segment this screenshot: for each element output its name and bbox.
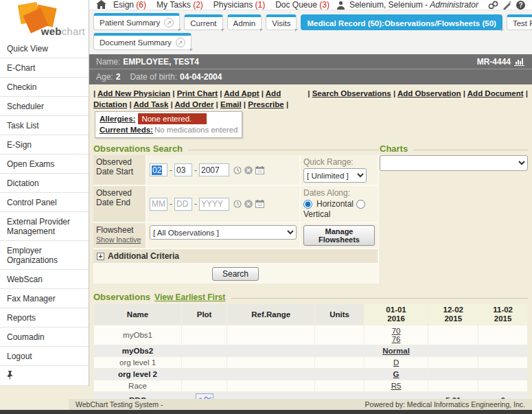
charts-select[interactable] <box>380 155 528 171</box>
clear-date-icon[interactable] <box>244 200 253 208</box>
action-add-observation[interactable]: Add Observation <box>397 89 461 97</box>
sidebar-item-logout[interactable]: Logout <box>0 347 89 366</box>
sidebar-item-employer-organizations[interactable]: Employer Organizations <box>0 241 89 270</box>
sidebar-item-e-sign[interactable]: E-Sign <box>0 135 89 154</box>
help-icon[interactable]: ? <box>516 1 525 10</box>
sidebar-item-open-exams[interactable]: Open Exams <box>0 154 89 174</box>
quick-range-select[interactable]: [ Unlimited ] <box>303 168 367 183</box>
end-year-input[interactable]: YYYY <box>199 198 229 211</box>
sidebar-item-task-list[interactable]: Task List <box>0 116 89 135</box>
allergies-link[interactable]: Allergies: <box>100 115 135 123</box>
tab-visits[interactable]: Visits <box>266 14 297 30</box>
tab-admin[interactable]: Admin <box>227 14 262 30</box>
logo-text: webchart <box>41 25 85 37</box>
obs-value-cell <box>428 357 478 369</box>
obs-value-cell: R5 <box>364 380 428 392</box>
footer-left-text: WebChart Testing System - <box>76 400 163 409</box>
sidebar-item-control-panel[interactable]: Control Panel <box>0 193 89 212</box>
nav-item-esign[interactable]: Esign (6) <box>113 0 146 10</box>
action-add-document[interactable]: Add Document <box>467 89 524 97</box>
action-email[interactable]: Email <box>220 100 242 108</box>
sidebar-item-dictation[interactable]: Dictation <box>0 174 89 193</box>
obs-plot-cell <box>182 357 227 369</box>
current-meds-link[interactable]: Current Meds: <box>100 126 153 134</box>
action-add-new-physician[interactable]: Add New Physician <box>97 89 170 97</box>
obs-value-link-org-level-1-d[interactable]: D <box>393 358 399 367</box>
obs-value-cell <box>478 380 528 392</box>
calendar-icon[interactable] <box>255 166 264 174</box>
obs-cell <box>227 369 315 380</box>
search-button[interactable]: Search <box>212 267 259 281</box>
start-year-input[interactable]: 2007 <box>199 163 229 176</box>
expand-plus-icon[interactable]: + <box>97 253 104 260</box>
link-icon[interactable] <box>488 1 498 10</box>
obs-name: myObs2 <box>94 345 182 357</box>
patient-name-label: Name: <box>96 57 120 67</box>
tab-medical-record-50-observations-flowsheets-50[interactable]: Medical Record (50):Observations/Flowshe… <box>301 14 502 30</box>
sidebar-item-fax-manager[interactable]: Fax Manager <box>0 289 89 308</box>
clock-icon[interactable] <box>233 200 242 208</box>
patient-chart-icon[interactable] <box>514 58 525 66</box>
tab-patient-summary[interactable]: Patient Summary↗ <box>93 13 180 30</box>
end-day-input[interactable]: DD <box>174 198 192 211</box>
clear-date-icon[interactable] <box>244 166 253 174</box>
pin-icon <box>7 371 82 380</box>
clock-icon[interactable] <box>233 166 242 174</box>
sidebar-item-quick-view[interactable]: Quick View <box>0 39 89 58</box>
action-prescribe[interactable]: Prescribe <box>248 100 284 108</box>
manage-flowsheets-button[interactable]: Manage Flowsheets <box>303 225 375 246</box>
home-icon[interactable] <box>96 0 106 10</box>
patient-age: 2 <box>116 72 121 82</box>
additional-criteria-toggle[interactable]: + Additional Criteria <box>93 249 378 263</box>
vertical-radio-label: Vertical <box>303 209 330 220</box>
tab-test-results[interactable]: Test Results <box>507 14 532 30</box>
calendar-icon[interactable] <box>255 200 264 208</box>
start-day-input[interactable]: 03 <box>174 163 192 176</box>
topnav-right: Selenium, Selenium - Administrator ? <box>336 0 525 10</box>
footer-bar: WebChart Testing System - Powered by: Me… <box>69 399 532 410</box>
view-earliest-first-link[interactable]: View Earliest First <box>154 292 225 302</box>
obs-name: Race <box>94 380 182 392</box>
popout-icon[interactable]: ↗ <box>164 18 174 27</box>
action-search-observations[interactable]: Search Observations <box>312 89 391 97</box>
app: webchart Quick ViewE-ChartCheckinSchedul… <box>0 0 532 414</box>
obs-cell <box>227 325 315 345</box>
webchart-logo[interactable]: webchart <box>0 0 89 39</box>
sidebar-item-coumadin[interactable]: Coumadin <box>0 327 89 347</box>
wand-icon[interactable] <box>502 1 512 10</box>
flowsheet-select[interactable]: [ All Observations ] <box>150 225 297 240</box>
sidebar-item-external-provider-management[interactable]: External Provider Management <box>0 212 89 241</box>
sidebar-item-checkin[interactable]: Checkin <box>0 78 89 97</box>
obs-value-link-myobs1-70[interactable]: 70 <box>392 327 401 335</box>
tab-document-summary[interactable]: Document Summary↗ <box>93 33 192 50</box>
vertical-radio[interactable] <box>356 200 365 209</box>
obs-row-myobs1: myObs17076 <box>94 325 528 345</box>
horizontal-radio[interactable] <box>303 200 312 209</box>
obs-value-link-org-level-2-g[interactable]: G <box>393 370 400 378</box>
obs-value-cell: Normal <box>364 345 428 357</box>
obs-value-link-myobs2-normal[interactable]: Normal <box>382 347 410 355</box>
sidebar-item-webscan[interactable]: WebScan <box>0 270 89 289</box>
action-add-task[interactable]: Add Task <box>133 100 168 108</box>
nav-item-doc-queue[interactable]: Doc Queue (3) <box>275 0 329 10</box>
sidebar-pin-button[interactable] <box>0 366 89 386</box>
tab-current[interactable]: Current <box>184 14 222 30</box>
action-print-chart[interactable]: Print Chart <box>177 89 218 97</box>
obs-value-link-myobs1-76[interactable]: 76 <box>392 335 401 343</box>
obs-value-link-race-r5[interactable]: R5 <box>391 382 402 390</box>
nav-item-physicians[interactable]: Physicians (1) <box>213 0 265 10</box>
patient-bar: Name: EMPLOYEE, TEST4 MR-4444 Age: 2 Dat… <box>89 54 532 84</box>
action-add-order[interactable]: Add Order <box>175 100 214 108</box>
action-add-appt[interactable]: Add Appt <box>224 89 259 97</box>
sidebar-item-e-chart[interactable]: E-Chart <box>0 58 89 78</box>
user-name: Selenium, Selenium - Administrator <box>349 0 478 10</box>
start-month-input[interactable]: 02 <box>150 163 167 176</box>
show-inactive-link[interactable]: Show Inactive <box>96 235 141 244</box>
sidebar-item-scheduler[interactable]: Scheduler <box>0 97 89 116</box>
nav-item-my-tasks[interactable]: My Tasks (2) <box>157 0 203 10</box>
end-month-input[interactable]: MM <box>150 198 167 211</box>
flowsheet-label-cell: Flowsheet Show Inactive <box>93 223 146 248</box>
obs-value-cell <box>478 345 528 357</box>
sidebar-item-reports[interactable]: Reports <box>0 308 89 327</box>
popout-icon[interactable]: ↗ <box>176 38 185 47</box>
